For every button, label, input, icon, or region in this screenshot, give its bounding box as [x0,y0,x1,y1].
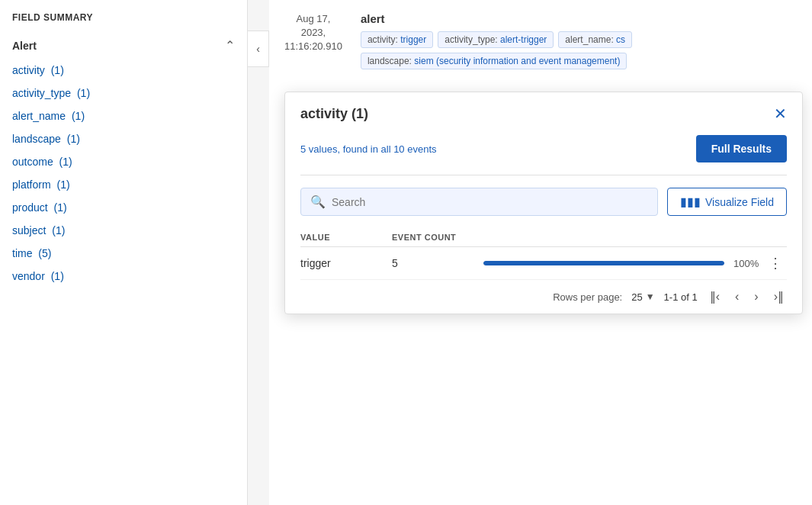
page-info: 1-1 of 1 [664,291,698,303]
sidebar-title: FIELD SUMMARY [0,12,247,32]
bar-chart-icon: ▮▮▮ [680,195,701,209]
row-actions-button[interactable]: ⋮ [769,256,782,270]
pagination-row: Rows per page: 25 ▼ 1-1 of 1 ‖‹ ‹ › ›‖ [285,280,802,314]
sidebar-section-label: Alert [12,40,37,52]
chevron-left-icon: ‹ [256,43,260,55]
sidebar-item-time[interactable]: time (5) [0,242,247,265]
modal-header: activity (1) ✕ [285,92,802,132]
modal-title: activity (1) [300,106,368,122]
event-timestamp: Aug 17, 2023, 11:16:20.910 [284,12,342,54]
event-tag: alert_name: cs [558,31,632,48]
modal-search-row: 🔍 ▮▮▮ Visualize Field [285,175,802,228]
next-page-button[interactable]: › [751,289,761,304]
event-tag: activity_type: alert-trigger [438,31,554,48]
bar-track [483,261,724,265]
cell-actions: ⋮ [764,256,787,270]
rows-per-page-value: 25 [631,291,642,303]
event-tag: activity: trigger [361,31,433,48]
cell-value: trigger [300,257,392,269]
event-type: alert [361,12,797,25]
rows-per-page-select[interactable]: 25 ▼ [631,291,654,303]
modal-table: VALUE EVENT COUNT trigger 5 100% ⋮ [285,228,802,280]
table-header-row: VALUE EVENT COUNT [300,228,787,247]
search-icon: 🔍 [310,195,326,209]
event-tag: landscape: siem (security information an… [361,53,627,69]
modal-subtitle-row: 5 values, found in all 10 events Full Re… [285,132,802,175]
modal-subtitle: 5 values, found in all 10 events [300,143,437,155]
sidebar-item-landscape[interactable]: landscape (1) [0,127,247,150]
cell-count: 5 [392,257,483,269]
collapse-sidebar-button[interactable]: ‹ [248,31,269,67]
bar-fill [483,261,724,265]
sidebar-section-header[interactable]: Alert ⌃ [0,32,247,59]
sidebar-item-activity[interactable]: activity (1) [0,59,247,82]
event-header: Aug 17, 2023, 11:16:20.910 alert activit… [284,12,797,69]
prev-page-button[interactable]: ‹ [732,289,742,304]
col-header-event-count: EVENT COUNT [392,233,483,242]
cell-bar: 100% [483,258,764,269]
sidebar-item-alert_name[interactable]: alert_name (1) [0,105,247,127]
first-page-button[interactable]: ‖‹ [707,289,723,304]
sidebar-item-subject[interactable]: subject (1) [0,219,247,242]
sidebar: FIELD SUMMARY Alert ⌃ activity (1)activi… [0,0,248,505]
main-content: Aug 17, 2023, 11:16:20.910 alert activit… [269,0,812,505]
chevron-up-icon: ⌃ [225,38,235,53]
table-row: trigger 5 100% ⋮ [300,247,787,280]
sidebar-item-platform[interactable]: platform (1) [0,173,247,196]
search-input[interactable] [332,196,648,208]
col-header-value: VALUE [300,233,392,242]
sidebar-item-activity_type[interactable]: activity_type (1) [0,82,247,105]
full-results-button[interactable]: Full Results [696,135,787,162]
visualize-field-button[interactable]: ▮▮▮ Visualize Field [667,188,787,216]
bar-percent: 100% [733,258,764,269]
search-box[interactable]: 🔍 [300,188,658,216]
activity-modal: activity (1) ✕ 5 values, found in all 10… [284,92,803,314]
event-tags: activity: triggeractivity_type: alert-tr… [361,31,797,69]
sidebar-item-vendor[interactable]: vendor (1) [0,265,247,288]
last-page-button[interactable]: ›‖ [771,289,787,304]
dropdown-arrow-icon: ▼ [646,291,655,302]
modal-close-button[interactable]: ✕ [774,105,787,123]
rows-per-page-label: Rows per page: [553,291,622,303]
modal-overlay: activity (1) ✕ 5 values, found in all 10… [284,92,812,505]
sidebar-item-outcome[interactable]: outcome (1) [0,150,247,173]
sidebar-item-product[interactable]: product (1) [0,196,247,219]
